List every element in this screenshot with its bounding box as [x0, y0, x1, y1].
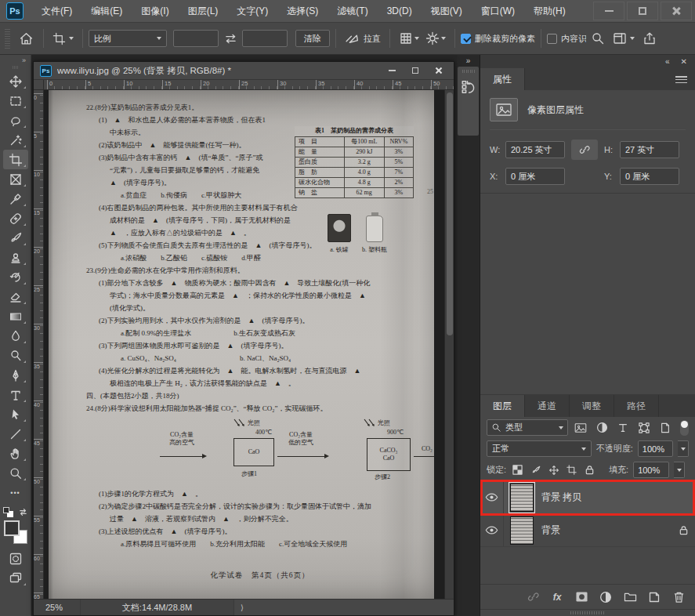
layer-thumbnail[interactable] [510, 516, 534, 545]
gradient-tool[interactable] [3, 306, 28, 326]
panel-menu-icon[interactable] [675, 76, 687, 83]
menu-item[interactable]: 文件(F) [33, 1, 81, 22]
filter-adjustment-layers-button[interactable] [594, 420, 610, 436]
tab-properties[interactable]: 属性 [480, 68, 525, 90]
scrollbar-thumb[interactable] [447, 92, 453, 335]
filter-pixel-layers-button[interactable] [573, 420, 589, 436]
crop-width-input[interactable] [173, 30, 219, 47]
opacity-dropdown-button[interactable] [678, 440, 689, 457]
share-button[interactable] [638, 27, 661, 50]
height-field[interactable]: 27 英寸 [620, 141, 679, 158]
brush-tool[interactable] [3, 228, 28, 248]
crop-settings-button[interactable] [422, 27, 449, 50]
menu-item[interactable]: 选择(S) [278, 1, 327, 22]
crop-tool-preset-button[interactable] [49, 27, 77, 50]
straighten-button[interactable]: 拉直 [342, 27, 384, 50]
panel-close-button[interactable]: ✕ [681, 57, 687, 66]
delete-cropped-pixels-checkbox[interactable] [461, 34, 471, 44]
vertical-scrollbar[interactable] [444, 90, 454, 599]
link-layers-button[interactable] [524, 589, 541, 606]
width-field[interactable]: 20.25 英寸 [505, 141, 565, 158]
overlay-options-button[interactable] [396, 27, 422, 50]
edit-toolbar-button[interactable]: ••• [3, 483, 28, 502]
blur-tool[interactable] [3, 326, 28, 346]
close-button[interactable] [661, 2, 692, 20]
lock-artboard-button[interactable] [565, 463, 578, 476]
y-field[interactable]: 0 厘米 [620, 168, 679, 185]
filter-smart-objects-button[interactable] [657, 420, 674, 436]
zoom-level[interactable]: 25% [34, 600, 81, 615]
document-titlebar[interactable]: Ps www.iliyu.jpg @ 25% (背景 拷贝, RGB/8#) * [34, 62, 454, 80]
opacity-field[interactable]: 100% [638, 440, 673, 457]
layers-group-tab[interactable]: 通道 [525, 395, 570, 417]
move-tool[interactable] [3, 71, 28, 91]
frame-tool[interactable] [3, 169, 28, 189]
line-tool[interactable] [3, 424, 28, 444]
toolbar-collapse-chevrons[interactable]: » [22, 56, 31, 66]
delete-layer-button[interactable] [670, 589, 687, 606]
eyedropper-tool[interactable] [3, 189, 28, 208]
workspace-switcher-button[interactable] [610, 27, 638, 50]
menu-item[interactable]: 图像(I) [132, 1, 177, 22]
layer-row-background[interactable]: 背景 [480, 514, 695, 547]
spot-healing-brush-tool[interactable] [3, 208, 28, 228]
menu-item[interactable]: 窗口(W) [472, 1, 523, 22]
menu-item[interactable]: 3D(D) [378, 2, 421, 20]
hand-tool[interactable] [3, 444, 28, 463]
swap-width-height-button[interactable] [219, 27, 242, 50]
document-minimize-button[interactable] [380, 63, 404, 78]
visibility-cell[interactable] [480, 514, 504, 546]
menu-item[interactable]: 图层(L) [179, 1, 227, 22]
status-chevron-icon[interactable]: ⟩ [241, 603, 244, 612]
foreground-background-colors[interactable] [4, 520, 27, 544]
add-layer-mask-button[interactable] [573, 589, 590, 606]
layer-name[interactable]: 背景 [541, 524, 671, 537]
maximize-button[interactable] [627, 2, 658, 20]
layer-row-background-copy[interactable]: 背景 拷贝 [480, 481, 695, 514]
visibility-cell[interactable] [480, 481, 504, 513]
x-field[interactable]: 0 厘米 [505, 168, 565, 185]
lock-all-button[interactable] [583, 463, 596, 476]
pen-tool[interactable] [3, 365, 28, 385]
swap-colors-icon[interactable] [18, 507, 28, 517]
layer-filtering-toggle[interactable] [680, 420, 689, 436]
ruler-corner[interactable] [34, 80, 44, 90]
type-tool[interactable] [3, 385, 28, 404]
crop-tool[interactable] [3, 150, 28, 169]
layer-style-fx-button[interactable]: fx [548, 589, 566, 606]
panel-resize-gripper[interactable] [480, 609, 695, 616]
document-close-button[interactable] [427, 63, 451, 78]
magic-wand-tool[interactable] [3, 130, 28, 150]
canvas-area[interactable]: 22.(8分)某奶制品的营养成分见表1。(1) ▲ 和水也是人体必需的基本营养物… [44, 90, 454, 599]
quick-mask-button[interactable] [3, 549, 28, 568]
lock-image-pixels-button[interactable] [529, 463, 542, 476]
layers-group-tab[interactable]: 图层 [480, 395, 525, 417]
layers-group-tab[interactable]: 路径 [614, 395, 659, 417]
layers-group-tab[interactable]: 调整 [570, 395, 614, 417]
document-maximize-button[interactable] [404, 63, 427, 78]
menu-item[interactable]: 视图(V) [422, 1, 471, 22]
menu-item[interactable]: 滤镜(T) [328, 1, 376, 22]
layer-filter-select[interactable]: 类型 [487, 419, 568, 436]
fill-field[interactable]: 100% [633, 462, 669, 478]
link-dimensions-button[interactable] [571, 140, 598, 160]
eraser-tool[interactable] [3, 287, 28, 306]
layer-thumbnail[interactable] [510, 484, 534, 512]
dodge-tool[interactable] [3, 346, 28, 365]
lock-transparent-pixels-button[interactable] [511, 463, 524, 476]
menu-item[interactable]: 编辑(E) [82, 1, 131, 22]
rectangular-marquee-tool[interactable] [3, 91, 28, 111]
vertical-ruler[interactable]: 05101520253035404550556065 [34, 90, 44, 599]
fill-dropdown-button[interactable] [674, 462, 685, 478]
collapse-to-icons-button[interactable]: « [665, 57, 670, 66]
clone-stamp-tool[interactable] [3, 248, 28, 267]
new-group-button[interactable] [621, 589, 639, 606]
history-brush-tool[interactable] [3, 267, 28, 287]
path-selection-tool[interactable] [3, 404, 28, 424]
menu-item[interactable]: 文字(Y) [228, 1, 277, 22]
screen-mode-button[interactable] [3, 568, 28, 588]
crop-height-input[interactable] [242, 30, 288, 47]
new-adjustment-layer-button[interactable] [597, 589, 614, 606]
home-button[interactable] [14, 27, 38, 50]
layer-name[interactable]: 背景 拷贝 [541, 491, 695, 504]
